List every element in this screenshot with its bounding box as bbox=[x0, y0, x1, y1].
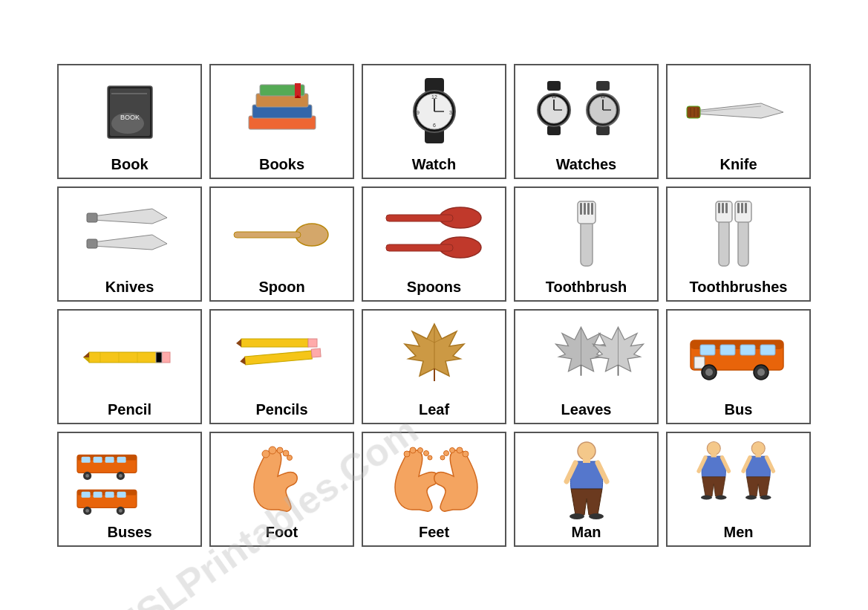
svg-point-129 bbox=[428, 455, 432, 460]
toothbrushes-label: Toothbrushes bbox=[690, 279, 788, 296]
svg-rect-48 bbox=[386, 215, 453, 221]
svg-point-132 bbox=[449, 447, 454, 452]
svg-point-134 bbox=[440, 455, 445, 460]
row-2: Knives Spoon bbox=[57, 186, 811, 302]
spoon-image bbox=[215, 194, 348, 276]
svg-rect-44 bbox=[87, 239, 97, 248]
svg-text:BOOK: BOOK bbox=[120, 114, 139, 121]
row-1: BOOK Book Books bbox=[57, 64, 811, 179]
leaves-image bbox=[520, 317, 653, 398]
buses-image bbox=[63, 439, 196, 521]
svg-rect-21 bbox=[547, 81, 561, 91]
svg-point-107 bbox=[85, 474, 89, 478]
foot-image bbox=[215, 439, 348, 521]
svg-point-97 bbox=[705, 369, 713, 376]
svg-rect-60 bbox=[722, 203, 724, 213]
bus-label: Bus bbox=[725, 401, 753, 418]
svg-point-150 bbox=[745, 496, 757, 500]
feet-label: Feet bbox=[419, 524, 449, 541]
row-3: Pencil Pencils bbox=[57, 309, 811, 424]
row-4: Buses Foot bbox=[57, 432, 811, 547]
card-spoon: Spoon bbox=[209, 186, 354, 302]
svg-rect-55 bbox=[587, 203, 590, 215]
svg-rect-94 bbox=[760, 345, 775, 355]
svg-point-127 bbox=[417, 447, 422, 452]
feet-image bbox=[368, 439, 500, 521]
pencil-image bbox=[63, 317, 196, 398]
svg-marker-71 bbox=[83, 352, 89, 357]
svg-point-145 bbox=[715, 496, 726, 500]
men-image bbox=[672, 439, 805, 521]
svg-point-119 bbox=[119, 509, 123, 513]
svg-text:12: 12 bbox=[431, 94, 437, 100]
svg-rect-79 bbox=[311, 348, 321, 357]
leaves-label: Leaves bbox=[561, 401, 612, 418]
svg-rect-115 bbox=[117, 491, 125, 497]
svg-rect-113 bbox=[93, 491, 102, 497]
card-pencils: Pencils bbox=[209, 309, 354, 424]
svg-marker-77 bbox=[236, 339, 241, 347]
card-man: Man bbox=[514, 432, 659, 547]
card-watch: 12 3 6 9 Watch bbox=[362, 64, 506, 179]
card-book: BOOK Book bbox=[57, 64, 202, 179]
svg-rect-95 bbox=[694, 357, 705, 369]
svg-marker-41 bbox=[93, 209, 167, 224]
svg-rect-112 bbox=[81, 491, 90, 497]
book-image: BOOK bbox=[63, 71, 196, 153]
svg-point-124 bbox=[287, 455, 292, 460]
svg-marker-80 bbox=[239, 356, 245, 365]
svg-text:12: 12 bbox=[551, 94, 556, 99]
toothbrush-label: Toothbrush bbox=[546, 279, 627, 296]
books-image bbox=[215, 71, 348, 153]
svg-point-125 bbox=[404, 451, 410, 457]
watches-label: Watches bbox=[556, 156, 617, 173]
svg-point-99 bbox=[757, 369, 765, 376]
svg-rect-59 bbox=[718, 203, 720, 213]
card-toothbrushes: Toothbrushes bbox=[666, 186, 811, 302]
watch-label: Watch bbox=[412, 156, 456, 173]
svg-rect-51 bbox=[581, 220, 593, 266]
card-knives: Knives bbox=[57, 186, 202, 302]
svg-rect-93 bbox=[740, 345, 755, 355]
card-watches: 12 12 Watches bbox=[514, 64, 659, 179]
book-label: Book bbox=[111, 156, 149, 173]
pencils-label: Pencils bbox=[255, 401, 307, 418]
card-buses: Buses bbox=[57, 432, 202, 547]
svg-rect-62 bbox=[738, 220, 748, 266]
svg-rect-64 bbox=[737, 203, 740, 213]
svg-rect-50 bbox=[386, 244, 453, 251]
svg-marker-43 bbox=[93, 235, 167, 250]
svg-rect-92 bbox=[720, 345, 735, 355]
svg-rect-146 bbox=[711, 454, 717, 458]
svg-rect-28 bbox=[596, 81, 610, 91]
svg-rect-91 bbox=[700, 345, 715, 355]
knife-label: Knife bbox=[720, 156, 757, 173]
svg-rect-67 bbox=[89, 352, 160, 363]
svg-text:3: 3 bbox=[449, 110, 452, 115]
svg-rect-69 bbox=[156, 352, 162, 363]
watch-image: 12 3 6 9 bbox=[368, 71, 500, 153]
knives-image bbox=[63, 194, 196, 276]
svg-point-139 bbox=[589, 513, 604, 519]
spoon-label: Spoon bbox=[258, 279, 304, 296]
svg-rect-53 bbox=[580, 203, 582, 215]
svg-point-151 bbox=[760, 496, 771, 500]
toothbrush-image bbox=[520, 194, 653, 276]
svg-point-109 bbox=[119, 474, 123, 478]
card-bus: Bus bbox=[666, 309, 811, 424]
svg-rect-114 bbox=[105, 491, 114, 497]
leaf-label: Leaf bbox=[419, 401, 449, 418]
svg-rect-105 bbox=[117, 456, 125, 462]
svg-point-121 bbox=[269, 447, 276, 454]
svg-point-141 bbox=[707, 442, 720, 455]
svg-rect-104 bbox=[105, 456, 114, 462]
card-foot: Foot bbox=[209, 432, 354, 547]
card-knife: Knife bbox=[666, 64, 811, 179]
svg-rect-140 bbox=[583, 458, 590, 463]
pencil-label: Pencil bbox=[108, 401, 151, 418]
svg-rect-66 bbox=[745, 203, 747, 213]
card-leaf: Leaf bbox=[362, 309, 506, 424]
man-label: Man bbox=[572, 524, 601, 541]
books-label: Books bbox=[259, 156, 304, 173]
svg-rect-103 bbox=[93, 456, 102, 462]
